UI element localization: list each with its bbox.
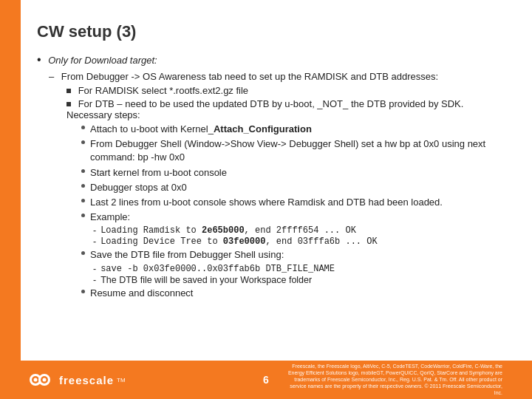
level3-item-6: Example: <box>81 211 502 224</box>
level3-text-4: Debugger stops at 0x0 <box>90 181 187 194</box>
level3-item-4: Debugger stops at 0x0 <box>81 181 502 194</box>
level1-text: From Debugger -> OS Awareness tab need t… <box>61 71 438 82</box>
level3-item-3: Start kernel from u-boot console <box>81 166 502 180</box>
level3-item-1: Attach to u-boot with Kernel_Attach_Conf… <box>81 123 502 136</box>
level3-text-5: Last 2 lines from u-boot console shows w… <box>90 196 443 209</box>
svg-point-5 <box>43 378 47 382</box>
dot-icon-resume <box>81 290 85 293</box>
dash-save-1: - <box>93 264 96 274</box>
dot-icon <box>81 126 85 129</box>
level3-text-resume: Resume and disconnect <box>90 287 193 300</box>
level3-text-save: Save the DTB file from Debugger Shell us… <box>90 248 284 262</box>
dash-save-2: - <box>93 275 96 285</box>
logo-icon <box>30 371 56 389</box>
level3-item-resume: Resume and disconnect <box>81 287 502 300</box>
example-text-1: Loading Ramdisk to 2e65b000, end 2ffff65… <box>100 225 356 236</box>
dot-icon-save <box>81 251 85 255</box>
save-sub-1: - save -b 0x03fe0000..0x03ffab6b DTB_FIL… <box>93 264 502 274</box>
logo-tm: TM <box>117 377 126 383</box>
dot-icon-6 <box>81 214 85 217</box>
level3-text-2: From Debugger Shell (Window->Show View->… <box>90 137 502 164</box>
level2a-text: For RAMDISK select *.rootfs.ext2.gz file <box>78 85 248 96</box>
level2-item-a: For RAMDISK select *.rootfs.ext2.gz file <box>66 85 502 96</box>
example-text-2: Loading Device Tree to 03fe0000, end 03f… <box>100 236 377 247</box>
dot-icon-4 <box>81 184 85 188</box>
freescale-logo: freescaleTM <box>30 371 126 389</box>
dot-icon-3 <box>81 169 85 173</box>
level3-text-1: Attach to u-boot with Kernel_Attach_Conf… <box>90 123 312 136</box>
level3-text-3: Start kernel from u-boot console <box>90 166 227 180</box>
save-text-1: save -b 0x03fe0000..0x03ffab6b DTB_FILE_… <box>100 264 335 274</box>
example-item-2: - Loading Device Tree to 03fe0000, end 0… <box>93 236 502 247</box>
dash-icon-2: - <box>93 236 96 247</box>
square-bullet-icon <box>66 89 71 93</box>
main-bullet: • Only for Download target: <box>37 53 502 66</box>
page-number: 6 <box>263 374 269 386</box>
save-sub-2: - The DTB file will be saved in your Wor… <box>93 275 502 285</box>
example-item-1: - Loading Ramdisk to 2e65b000, end 2ffff… <box>93 225 502 236</box>
left-accent-bar <box>0 0 21 399</box>
level2-item-b: For DTB – need to be used the updated DT… <box>66 98 502 120</box>
logo-text: freescale <box>59 374 114 386</box>
dot-icon-2 <box>81 140 85 144</box>
level1-item: – From Debugger -> OS Awareness tab need… <box>49 71 502 82</box>
slide-title: CW setup (3) <box>37 22 502 41</box>
dash-icon-1: - <box>93 225 96 236</box>
level3-item-2: From Debugger Shell (Window->Show View->… <box>81 137 502 164</box>
main-bullet-text: Only for Download target: <box>48 55 157 66</box>
footer: freescaleTM 6 Freescale, the Freescale l… <box>0 361 532 399</box>
level2b-text: For DTB – need to be used the updated DT… <box>66 98 463 120</box>
square-bullet-icon-b <box>66 102 71 106</box>
footer-legal-text: Freescale, the Freescale logo, AltiVec, … <box>281 363 502 396</box>
svg-point-2 <box>34 378 38 382</box>
level3-item-save: Save the DTB file from Debugger Shell us… <box>81 248 502 262</box>
level3-text-6: Example: <box>90 211 130 224</box>
level3-item-5: Last 2 lines from u-boot console shows w… <box>81 196 502 209</box>
dot-icon-5 <box>81 199 85 202</box>
save-text-2: The DTB file will be saved in your Works… <box>100 275 312 285</box>
